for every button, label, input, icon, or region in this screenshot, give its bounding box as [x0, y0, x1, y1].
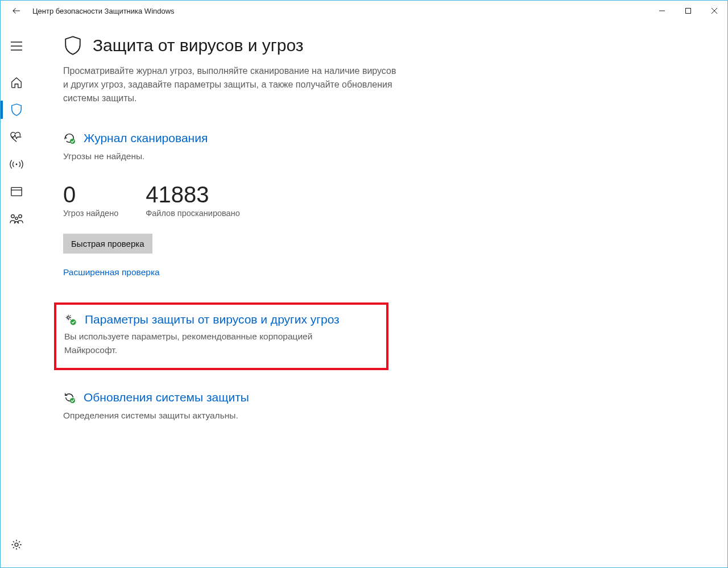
close-button[interactable]	[701, 2, 727, 20]
updates-desc: Определения системы защиты актуальны.	[63, 409, 404, 422]
window-title: Центр безопасности Защитника Windows	[32, 7, 649, 15]
main-content: Защита от вирусов и угроз Просматривайте…	[32, 21, 727, 567]
threats-stat: 0 Угроз найдено	[63, 182, 118, 218]
svg-point-8	[15, 543, 18, 546]
back-arrow-icon	[11, 6, 22, 16]
scan-stats: 0 Угроз найдено 41883 Файлов просканиров…	[63, 182, 404, 218]
sidebar	[1, 21, 32, 567]
minimize-button[interactable]	[649, 2, 675, 20]
gear-icon	[10, 538, 23, 551]
refresh-ok-icon	[63, 132, 76, 144]
protection-settings-header[interactable]: Параметры защиты от вирусов и других угр…	[64, 313, 378, 326]
app-body: Защита от вирусов и угроз Просматривайте…	[1, 21, 727, 567]
scan-status: Угрозы не найдены.	[63, 150, 404, 163]
sync-ok-icon	[63, 391, 76, 404]
gears-ok-icon	[64, 313, 77, 326]
scan-history-header[interactable]: Журнал сканирования	[63, 131, 404, 145]
maximize-icon	[685, 7, 692, 14]
threats-count: 0	[63, 182, 118, 208]
updates-title: Обновления системы защиты	[84, 391, 249, 404]
scan-history-section: Журнал сканирования Угрозы не найдены. 0…	[63, 131, 404, 277]
svg-rect-3	[11, 188, 22, 196]
back-button[interactable]	[7, 2, 26, 20]
sidebar-app-browser[interactable]	[1, 178, 32, 205]
title-bar: Центр безопасности Защитника Windows	[1, 1, 727, 21]
sidebar-health[interactable]	[1, 123, 32, 151]
sidebar-home[interactable]	[1, 69, 32, 96]
page-title: Защита от вирусов и угроз	[93, 36, 304, 55]
threats-label: Угроз найдено	[63, 209, 118, 218]
close-icon	[711, 7, 718, 14]
advanced-scan-link[interactable]: Расширенная проверка	[63, 267, 160, 277]
shield-large-icon	[63, 35, 82, 56]
files-stat: 41883 Файлов просканировано	[146, 182, 239, 218]
updates-section: Обновления системы защиты Определения си…	[63, 391, 404, 422]
hamburger-icon	[11, 42, 22, 51]
svg-point-5	[11, 215, 15, 218]
svg-point-10	[68, 317, 70, 319]
svg-point-6	[19, 215, 22, 218]
page-header: Защита от вирусов и угроз	[63, 35, 705, 56]
app-browser-icon	[10, 186, 23, 197]
page-description: Просматривайте журнал угроз, выполняйте …	[63, 64, 399, 105]
sidebar-family[interactable]	[1, 205, 32, 233]
antenna-icon	[10, 158, 23, 171]
svg-point-2	[16, 164, 18, 165]
sidebar-hamburger[interactable]	[1, 32, 32, 60]
svg-point-7	[15, 217, 18, 219]
family-icon	[9, 213, 24, 225]
svg-rect-1	[686, 9, 691, 14]
shield-icon	[10, 103, 23, 117]
heart-pulse-icon	[10, 131, 23, 143]
files-label: Файлов просканировано	[146, 209, 239, 218]
files-count: 41883	[146, 182, 239, 208]
home-icon	[10, 76, 23, 89]
minimize-icon	[659, 7, 665, 14]
protection-settings-title: Параметры защиты от вирусов и других угр…	[85, 313, 340, 326]
window-controls	[649, 2, 727, 20]
maximize-button[interactable]	[675, 2, 701, 20]
sidebar-shield[interactable]	[1, 96, 32, 123]
protection-settings-desc: Вы используете параметры, рекомендованны…	[64, 330, 360, 356]
sidebar-firewall[interactable]	[1, 151, 32, 178]
protection-settings-section: Параметры защиты от вирусов и других угр…	[54, 302, 388, 370]
updates-header[interactable]: Обновления системы защиты	[63, 391, 404, 404]
sidebar-settings[interactable]	[1, 531, 32, 558]
scan-history-title: Журнал сканирования	[84, 131, 208, 145]
quick-scan-button[interactable]: Быстрая проверка	[63, 234, 152, 254]
